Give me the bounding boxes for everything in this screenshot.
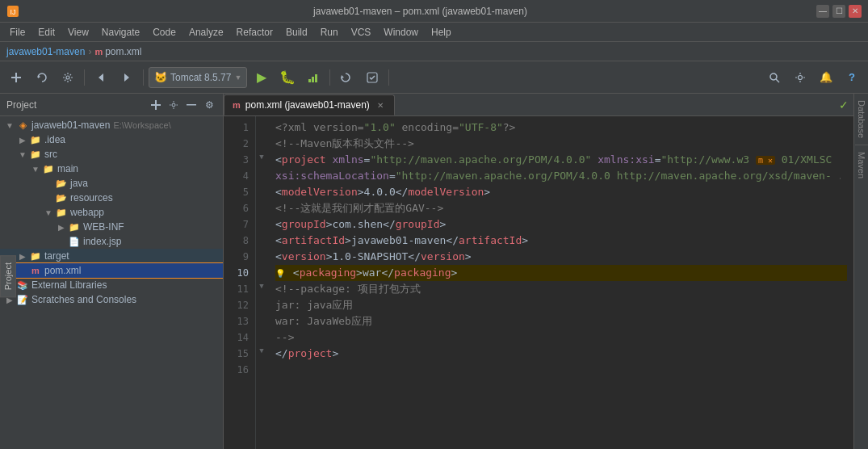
menu-view[interactable]: View (61, 25, 95, 40)
toolbar-add-button[interactable] (5, 66, 27, 89)
coverage-button[interactable] (302, 66, 325, 89)
code-lines: <?xml version="1.0" encoding="UTF-8"?> <… (262, 120, 847, 378)
code-line-14: --> (275, 329, 847, 346)
svg-rect-17 (151, 104, 161, 106)
update-button[interactable] (335, 66, 358, 89)
sidebar-collapse-btn[interactable] (184, 98, 199, 112)
menu-analyze[interactable]: Analyze (182, 25, 230, 40)
tree-arrow-java (42, 177, 55, 190)
tree-label-java: java (70, 178, 88, 189)
folder-icon-main: 📁 (42, 162, 55, 175)
menu-vcs[interactable]: VCS (345, 25, 378, 40)
menu-help[interactable]: Help (425, 25, 458, 40)
build-button[interactable] (361, 66, 384, 89)
project-tab[interactable]: Project (0, 255, 16, 297)
folder-icon-java: 📂 (55, 177, 68, 190)
tree-item-scratches[interactable]: ▶ 📝 Scratches and Consoles (0, 292, 223, 307)
menu-refactor[interactable]: Refactor (230, 25, 279, 40)
code-line-4: xsi:schemaLocation="http://maven.apache.… (275, 168, 841, 184)
tree-arrow-main: ▼ (29, 162, 42, 175)
tree-item-pomxml[interactable]: m pom.xml (0, 263, 223, 278)
code-line-5: <modelVersion>4.0.0</modelVersion> (275, 184, 847, 200)
svg-marker-4 (38, 75, 40, 78)
code-line-11: <!--package: 项目打包方式 (275, 281, 847, 297)
breadcrumb-sep1: › (88, 46, 91, 57)
tree-item-root[interactable]: ▼ ◈ javaweb01-maven E:\Workspace\ (0, 118, 223, 132)
breadcrumb-project[interactable]: javaweb01-maven (6, 46, 85, 57)
tree-arrow-src: ▼ (16, 148, 29, 161)
breadcrumb-file-icon: m (94, 47, 103, 57)
tree-arrow-root: ▼ (3, 119, 16, 132)
code-line-10: 💡 <packaging>war</packaging> (275, 265, 847, 281)
tree-label-src: src (44, 149, 57, 160)
maven-tab[interactable]: Maven (855, 145, 868, 185)
menu-window[interactable]: Window (377, 25, 425, 40)
editor-content[interactable]: 1 2 3 4 5 6 7 8 9 10 11 12 13 14 15 16 (224, 116, 853, 449)
tree-item-webapp[interactable]: ▼ 📁 webapp (0, 205, 223, 220)
svg-marker-11 (341, 75, 344, 78)
tab-pomxml[interactable]: m pom.xml (javaweb01-maven) ✕ (224, 94, 395, 115)
menu-build[interactable]: Build (279, 25, 314, 40)
menu-navigate[interactable]: Navigate (95, 25, 146, 40)
svg-point-5 (66, 76, 69, 79)
code-editor[interactable]: ▼ ▼ ▼ <?xml version="1.0" enco (256, 116, 853, 449)
toolbar-back-button[interactable] (90, 66, 112, 89)
toolbar-sep3 (329, 69, 330, 86)
tree-arrow-webinf: ▶ (55, 220, 68, 233)
svg-rect-19 (187, 104, 196, 106)
tree-item-target[interactable]: ▶ 📁 target (0, 249, 223, 263)
tree-item-indexjsp[interactable]: 📄 index.jsp (0, 234, 223, 249)
menu-file[interactable]: File (3, 25, 31, 40)
menu-run[interactable]: Run (314, 25, 345, 40)
tree-item-main[interactable]: ▼ 📁 main (0, 162, 223, 176)
tree-label-webapp: webapp (70, 207, 104, 218)
sidebar-add-btn[interactable] (149, 98, 163, 112)
settings-button[interactable] (789, 66, 811, 89)
run-config-combo[interactable]: 🐱 Tomcat 8.5.77 ▼ (149, 67, 247, 88)
close-button[interactable]: ✕ (849, 5, 862, 18)
tree-label-main: main (57, 163, 78, 174)
folder-icon-resources: 📂 (55, 191, 68, 204)
run-button[interactable]: ▶ (250, 66, 273, 89)
maximize-button[interactable]: ☐ (832, 5, 845, 18)
code-line-3: <project xmlns="http://maven.apache.org/… (275, 152, 841, 168)
tree-label-pomxml: pom.xml (44, 265, 81, 276)
scratch-icon: 📝 (16, 293, 29, 306)
help-button[interactable]: ? (841, 66, 863, 89)
tab-icon-pomxml: m (233, 100, 241, 110)
tree-label-root-path: E:\Workspace\ (113, 120, 170, 130)
sidebar-settings2-btn[interactable]: ⚙ (202, 98, 216, 112)
tree-item-resources[interactable]: 📂 resources (0, 191, 223, 205)
tree-label-target: target (44, 250, 69, 262)
sidebar-gear-btn[interactable] (166, 98, 181, 112)
code-line-15: </project> (275, 346, 847, 362)
tab-close-pomxml[interactable]: ✕ (375, 99, 386, 111)
menu-code[interactable]: Code (146, 25, 182, 40)
search-everywhere-button[interactable] (763, 66, 786, 89)
minimize-button[interactable]: — (816, 5, 829, 18)
toolbar: 🐱 Tomcat 8.5.77 ▼ ▶ 🐛 🔔 ? (0, 61, 868, 94)
folder-icon-webapp: 📁 (55, 206, 68, 219)
combo-arrow-icon: ▼ (234, 73, 241, 82)
tree-item-idea[interactable]: ▶ 📁 .idea (0, 132, 223, 147)
tomcat-icon: 🐱 (154, 71, 167, 83)
toolbar-settings-button[interactable] (57, 66, 79, 89)
tree-item-extlibs[interactable]: ▶ 📚 External Libraries (0, 278, 223, 292)
breadcrumb-bar: javaweb01-maven › m pom.xml (0, 42, 868, 61)
window-controls: — ☐ ✕ (816, 5, 862, 18)
notifications-button[interactable]: 🔔 (815, 66, 837, 89)
folder-icon-src: 📁 (29, 148, 42, 161)
code-line-12: jar: java应用 (275, 297, 847, 313)
menu-edit[interactable]: Edit (31, 25, 61, 40)
database-tab[interactable]: Database (855, 94, 868, 145)
tree-item-java[interactable]: 📂 java (0, 176, 223, 191)
tree-item-src[interactable]: ▼ 📁 src (0, 147, 223, 162)
debug-button[interactable]: 🐛 (276, 66, 299, 89)
code-line-1: <?xml version="1.0" encoding="UTF-8"?> (275, 120, 847, 136)
toolbar-forward-button[interactable] (115, 66, 138, 89)
jsp-icon: 📄 (68, 235, 81, 248)
tree-item-webinf[interactable]: ▶ 📁 WEB-INF (0, 220, 223, 234)
tree-arrow-resources (42, 191, 55, 204)
toolbar-sync-button[interactable] (31, 66, 53, 89)
svg-point-18 (172, 103, 175, 107)
